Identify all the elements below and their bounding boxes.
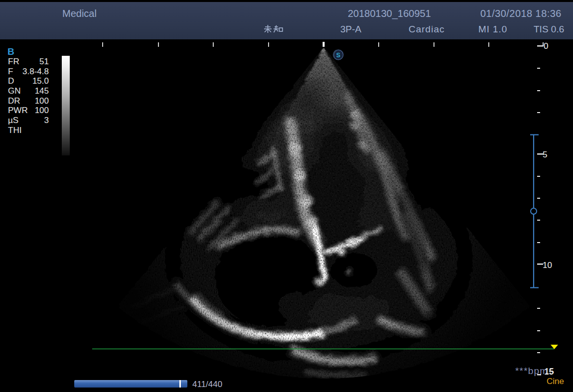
svg-text:10: 10 bbox=[543, 261, 552, 270]
svg-text:5: 5 bbox=[543, 150, 547, 159]
svg-text:S: S bbox=[336, 52, 340, 59]
svg-text:0: 0 bbox=[544, 41, 548, 51]
